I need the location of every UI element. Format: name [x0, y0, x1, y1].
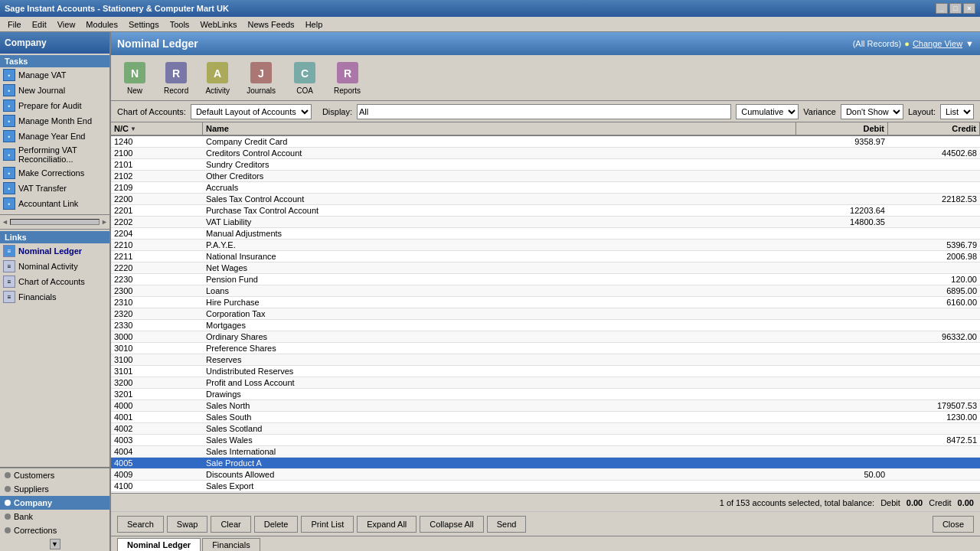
left-scrollbar[interactable]: ◄ ► [0, 214, 109, 230]
task-icon-month: ▪ [3, 115, 15, 127]
task-item-year[interactable]: ▪Manage Year End [0, 129, 109, 144]
action-btn-search[interactable]: Search [117, 516, 164, 533]
debit-column-header[interactable]: Debit [796, 122, 888, 135]
menu-item-weblinks[interactable]: WebLinks [195, 19, 241, 30]
task-item-vat-t[interactable]: ▪VAT Transfer [0, 181, 109, 196]
tab-nominal-ledger[interactable]: Nominal Ledger [117, 538, 201, 551]
nav-item-bank[interactable]: Bank [0, 510, 109, 523]
cell-credit: 5396.79 [888, 240, 980, 250]
menu-item-modules[interactable]: Modules [81, 19, 122, 30]
nc-column-header[interactable]: N/C ▼ [111, 122, 203, 135]
menu-item-file[interactable]: File [3, 19, 26, 30]
table-row[interactable]: 2200 Sales Tax Control Account 22182.53 [111, 194, 980, 205]
toolbar-btn-new[interactable]: N New [117, 58, 152, 97]
table-row[interactable]: 4005 Sale Product A [111, 458, 980, 469]
table-row[interactable]: 3200 Profit and Loss Account [111, 377, 980, 389]
table-row[interactable]: 1240 Company Credit Card 9358.97 [111, 136, 980, 148]
toolbar-btn-coa[interactable]: C COA [287, 58, 322, 97]
cell-nc: 4001 [111, 412, 203, 422]
menu-item-settings[interactable]: Settings [124, 19, 164, 30]
table-row[interactable]: 4000 Sales North 179507.53 [111, 400, 980, 412]
action-btn-close[interactable]: Close [933, 516, 974, 533]
table-row[interactable]: 3201 Drawings [111, 389, 980, 400]
table-row[interactable]: 2230 Pension Fund 120.00 [111, 274, 980, 285]
link-item-nominalledger[interactable]: ≡Nominal Ledger [0, 243, 109, 259]
toolbar-btn-reports[interactable]: R Reports [328, 58, 366, 97]
table-row[interactable]: 4002 Sales Scotland [111, 423, 980, 435]
nav-item-corrections[interactable]: Corrections [0, 523, 109, 537]
task-item-vat-rec[interactable]: ▪Performing VAT Reconciliatio... [0, 144, 109, 165]
expand-button[interactable]: ▼ [50, 539, 60, 549]
table-row[interactable]: 2220 Net Wages [111, 262, 980, 274]
menu-item-edit[interactable]: Edit [28, 19, 51, 30]
cell-credit [888, 205, 980, 216]
variance-dropdown[interactable]: Don't Show [841, 104, 903, 119]
table-row[interactable]: 4004 Sales International [111, 446, 980, 458]
action-btn-collapse-all[interactable]: Collapse All [420, 516, 483, 533]
action-btn-print-list[interactable]: Print List [301, 516, 354, 533]
action-btn-send[interactable]: Send [487, 516, 527, 533]
menu-item-tools[interactable]: Tools [165, 19, 194, 30]
coa-dropdown[interactable]: Default Layout of Accounts [191, 104, 312, 119]
cell-debit [796, 389, 888, 399]
table-row[interactable]: 4009 Discounts Allowed 50.00 [111, 469, 980, 481]
cumulative-dropdown[interactable]: Cumulative [736, 104, 799, 119]
table-row[interactable]: 2101 Sundry Creditors [111, 159, 980, 171]
link-item-financials[interactable]: ≡Financials [0, 289, 109, 305]
table-row[interactable]: 4001 Sales South 1230.00 [111, 412, 980, 423]
table-row[interactable]: 2300 Loans 6895.00 [111, 285, 980, 297]
menu-item-view[interactable]: View [53, 19, 80, 30]
nav-item-suppliers[interactable]: Suppliers [0, 482, 109, 496]
variance-label: Variance [803, 107, 836, 116]
link-icon: ≡ [3, 291, 15, 303]
table-row[interactable]: 3010 Preference Shares [111, 343, 980, 354]
table-row[interactable]: 2330 Mortgages [111, 320, 980, 331]
table-row[interactable]: 2204 Manual Adjustments [111, 228, 980, 240]
cell-debit [796, 400, 888, 411]
task-item-vat[interactable]: ▪Manage VAT [0, 67, 109, 83]
action-btn-expand-all[interactable]: Expand All [357, 516, 416, 533]
task-item-journal[interactable]: ▪New Journal [0, 83, 109, 98]
toolbar-btn-record[interactable]: R Record [158, 58, 194, 97]
close-window-button[interactable]: × [963, 3, 975, 14]
name-column-header[interactable]: Name [203, 122, 796, 135]
table-row[interactable]: 2202 VAT Liability 14800.35 [111, 217, 980, 228]
display-input[interactable] [357, 104, 731, 119]
table-row[interactable]: 2100 Creditors Control Account 44502.68 [111, 148, 980, 159]
toolbar-btn-activity[interactable]: A Activity [200, 58, 235, 97]
table-row[interactable]: 3000 Ordinary Shares 96332.00 [111, 331, 980, 343]
action-btn-clear[interactable]: Clear [211, 516, 250, 533]
table-row[interactable]: 2102 Other Creditors [111, 171, 980, 182]
action-btn-delete[interactable]: Delete [254, 516, 299, 533]
nav-label: Corrections [14, 526, 57, 535]
table-row[interactable]: 2310 Hire Purchase 6160.00 [111, 297, 980, 308]
table-row[interactable]: 2320 Corporation Tax [111, 308, 980, 320]
table-row[interactable]: 2201 Purchase Tax Control Account 12203.… [111, 205, 980, 217]
tab-financials[interactable]: Financials [202, 538, 260, 551]
table-row[interactable]: 2210 P.A.Y.E. 5396.79 [111, 240, 980, 251]
task-item-correct[interactable]: ▪Make Corrections [0, 165, 109, 181]
table-row[interactable]: 3100 Reserves [111, 354, 980, 366]
minimize-button[interactable]: _ [936, 3, 948, 14]
table-row[interactable]: 4100 Sales Export [111, 481, 980, 492]
table-row[interactable]: 2211 National Insurance 2006.98 [111, 251, 980, 262]
toolbar-btn-journals[interactable]: J Journals [241, 58, 281, 97]
task-item-audit[interactable]: ▪Prepare for Audit [0, 98, 109, 113]
task-item-acct[interactable]: ▪Accountant Link [0, 196, 109, 211]
cell-name: Reserves [203, 354, 796, 365]
task-item-month[interactable]: ▪Manage Month End [0, 113, 109, 129]
table-row[interactable]: 4003 Sales Wales 8472.51 [111, 435, 980, 446]
nav-item-customers[interactable]: Customers [0, 468, 109, 482]
table-row[interactable]: 3101 Undistributed Reserves [111, 366, 980, 377]
layout-dropdown[interactable]: List [940, 104, 974, 119]
credit-column-header[interactable]: Credit [888, 122, 980, 135]
maximize-button[interactable]: □ [949, 3, 962, 14]
table-row[interactable]: 2109 Accruals [111, 182, 980, 194]
link-item-chartofaccounts[interactable]: ≡Chart of Accounts [0, 274, 109, 289]
change-view-button[interactable]: Change View [913, 39, 962, 48]
menu-item-news feeds[interactable]: News Feeds [243, 19, 299, 30]
menu-item-help[interactable]: Help [301, 19, 328, 30]
link-item-nominalactivity[interactable]: ≡Nominal Activity [0, 259, 109, 274]
action-btn-swap[interactable]: Swap [167, 516, 208, 533]
nav-item-company[interactable]: Company [0, 496, 109, 510]
